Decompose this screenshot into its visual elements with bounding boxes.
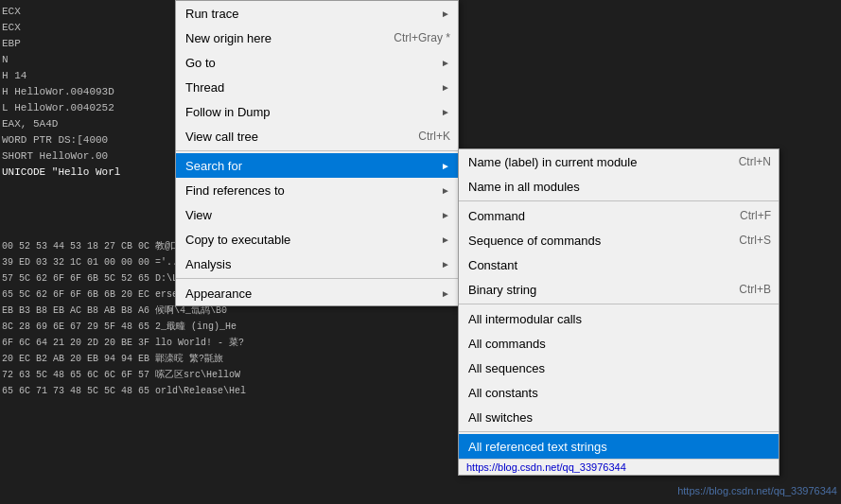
menu-follow-dump[interactable]: Follow in Dump ► (176, 99, 458, 124)
separator-2 (176, 278, 458, 279)
submenu-seq-commands[interactable]: Sequence of commands Ctrl+S (459, 228, 779, 252)
reg-n: N (2, 52, 159, 68)
menu-follow-dump-label: Follow in Dump (185, 105, 441, 119)
hex-row-10: 65 6C 71 73 48 5C 5C 48 65 orld\Release\… (2, 383, 471, 399)
submenu-all-switches[interactable]: All switches (459, 405, 779, 429)
menu-view-label: View (185, 208, 441, 222)
submenu-name-all[interactable]: Name in all modules (459, 174, 779, 199)
hex-row-8: 20 EC B2 AB 20 EB 94 94 EB 鄿滦晥 繁?毾旅 (2, 351, 471, 367)
submenu-name-current[interactable]: Name (label) in current module Ctrl+N (459, 149, 779, 174)
menu-view[interactable]: View ► (176, 202, 458, 227)
menu-analysis[interactable]: Analysis ► (176, 252, 458, 276)
submenu-all-sequences-label: All sequences (468, 361, 771, 375)
submenu-all-switches-label: All switches (468, 410, 771, 425)
menu-run-trace-arrow: ► (441, 9, 450, 19)
menu-new-origin-shortcut: Ctrl+Gray * (394, 31, 450, 44)
menu-analysis-label: Analysis (185, 257, 441, 271)
menu-search-for-arrow: ► (441, 161, 450, 171)
submenu-sep-3 (459, 431, 779, 432)
submenu-command-label: Command (468, 209, 740, 223)
hex-row-6: 8C 28 69 6E 67 29 5F 48 65 2_戢疃 (ing)_He (2, 319, 471, 335)
reg-laddr: L HelloWor.0040252 (2, 100, 159, 116)
reg-eax: EAX, 5A4D (2, 116, 159, 132)
reg-short: SHORT HelloWor.00 (2, 148, 159, 165)
menu-new-origin[interactable]: New origin here Ctrl+Gray * (176, 26, 458, 50)
menu-copy-exec[interactable]: Copy to executable ► (176, 227, 458, 252)
submenu-all-text-strings[interactable]: All referenced text strings (459, 434, 779, 459)
submenu-seq-commands-label: Sequence of commands (468, 234, 739, 248)
submenu-all-constants-label: All constants (468, 386, 771, 400)
reg-haddr1: H HelloWor.004093D (2, 84, 159, 100)
submenu-binary-string-label: Binary string (468, 283, 739, 297)
context-menu: Run trace ► New origin here Ctrl+Gray * … (175, 0, 459, 306)
reg-unicode: UNICODE "Hello Worl (2, 165, 159, 181)
menu-search-for-label: Search for (185, 159, 441, 173)
submenu-all-constants[interactable]: All constants (459, 380, 779, 405)
hex-row-9: 72 63 5C 48 65 6C 6C 6F 57 嗦乙区src\HelloW (2, 367, 471, 383)
submenu-all-intermodular[interactable]: All intermodular calls (459, 306, 779, 331)
menu-thread-label: Thread (185, 80, 441, 95)
menu-view-call-tree[interactable]: View call tree Ctrl+K (176, 124, 458, 148)
submenu-name-current-label: Name (label) in current module (468, 155, 739, 169)
menu-find-references-arrow: ► (441, 185, 450, 196)
separator-1 (176, 150, 458, 151)
menu-run-trace-label: Run trace (185, 7, 441, 21)
reg-word: WORD PTR DS:[4000 (2, 132, 159, 148)
menu-follow-dump-arrow: ► (441, 107, 450, 117)
menu-find-references[interactable]: Find references to ► (176, 178, 458, 202)
submenu-all-commands-label: All commands (468, 337, 771, 351)
menu-go-to[interactable]: Go to ► (176, 50, 458, 75)
submenu-binary-string[interactable]: Binary string Ctrl+B (459, 277, 779, 302)
submenu-all-sequences[interactable]: All sequences (459, 356, 779, 380)
submenu-sep-1 (459, 200, 779, 201)
menu-go-to-label: Go to (185, 56, 441, 70)
menu-run-trace[interactable]: Run trace ► (176, 1, 458, 26)
submenu-constant[interactable]: Constant (459, 252, 779, 277)
menu-new-origin-label: New origin here (185, 31, 375, 45)
submenu-command-shortcut: Ctrl+F (740, 209, 771, 222)
menu-analysis-arrow: ► (441, 259, 450, 269)
submenu-sep-2 (459, 304, 779, 304)
submenu-constant-label: Constant (468, 258, 771, 272)
menu-copy-exec-arrow: ► (441, 235, 450, 245)
menu-search-for[interactable]: Search for ► (176, 153, 458, 178)
menu-thread[interactable]: Thread ► (176, 75, 458, 99)
reg-ecx2: ECX (2, 20, 159, 36)
submenu-seq-commands-shortcut: Ctrl+S (739, 234, 771, 247)
menu-copy-exec-label: Copy to executable (185, 233, 441, 247)
menu-appearance-label: Appearance (185, 287, 441, 301)
hex-row-7: 6F 6C 64 21 20 2D 20 BE 3F llo World! - … (2, 335, 471, 351)
reg-ecx1: ECX (2, 4, 159, 20)
menu-appearance-arrow: ► (441, 288, 450, 299)
submenu-all-text-strings-label: All referenced text strings (468, 440, 771, 454)
submenu-name-all-label: Name in all modules (468, 180, 771, 194)
menu-thread-arrow: ► (441, 82, 450, 93)
menu-view-call-tree-label: View call tree (185, 130, 399, 144)
reg-ebp: EBP (2, 36, 159, 52)
menu-appearance[interactable]: Appearance ► (176, 281, 458, 305)
reg-h14: H 14 (2, 68, 159, 84)
watermark: https://blog.csdn.net/qq_33976344 (677, 485, 837, 496)
menu-view-call-tree-shortcut: Ctrl+K (418, 130, 450, 143)
submenu-name-current-shortcut: Ctrl+N (739, 155, 771, 168)
submenu-command[interactable]: Command Ctrl+F (459, 203, 779, 228)
url-hint: https://blog.csdn.net/qq_33976344 (459, 459, 779, 475)
menu-go-to-arrow: ► (441, 58, 450, 68)
search-submenu: Name (label) in current module Ctrl+N Na… (458, 148, 780, 476)
menu-view-arrow: ► (441, 210, 450, 220)
menu-find-references-label: Find references to (185, 183, 441, 198)
submenu-binary-string-shortcut: Ctrl+B (739, 283, 771, 296)
submenu-all-commands[interactable]: All commands (459, 331, 779, 356)
submenu-all-intermodular-label: All intermodular calls (468, 312, 771, 326)
